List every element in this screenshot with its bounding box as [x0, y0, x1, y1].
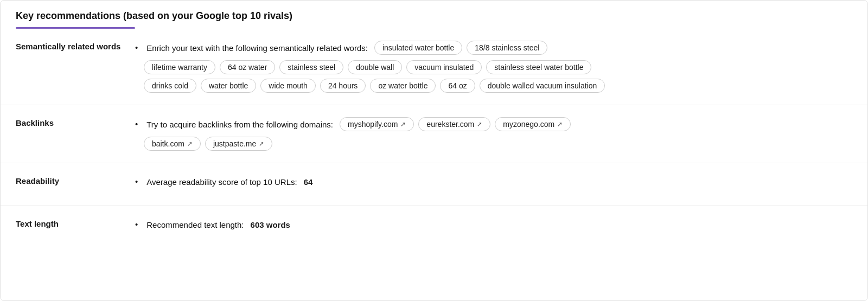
- tag-oz-water-bottle: oz water bottle: [370, 79, 436, 93]
- card-header: Key recommendations (based on your Googl…: [1, 1, 867, 29]
- ext-link-icon: ➚: [187, 140, 193, 148]
- tag-stainless-steel-water-bottle: stainless steel water bottle: [486, 60, 591, 74]
- section-label-text-length: Text length: [16, 218, 135, 228]
- section-text-length: Text length • Recommended text length: 6…: [1, 206, 867, 248]
- bullet-readability: •: [135, 175, 138, 188]
- section-semantically-related: Semantically related words • Enrich your…: [1, 29, 867, 105]
- bullet-1: •: [135, 41, 138, 54]
- semantically-row2: lifetime warranty 64 oz water stainless …: [144, 60, 852, 74]
- section-content-readability: • Average readability score of top 10 UR…: [135, 175, 852, 194]
- ext-link-icon: ➚: [557, 120, 563, 128]
- section-content-semantically-related: • Enrich your text with the following se…: [135, 41, 852, 93]
- tag-myzonego[interactable]: myzonego.com ➚: [495, 117, 571, 131]
- text-length-prefix: Recommended text length:: [146, 220, 244, 229]
- tag-insulated-water-bottle: insulated water bottle: [374, 41, 462, 55]
- bullet-backlinks: •: [135, 118, 138, 131]
- section-readability: Readability • Average readability score …: [1, 163, 867, 206]
- section-backlinks: Backlinks • Try to acquire backlinks fro…: [1, 105, 867, 163]
- text-length-line: • Recommended text length: 603 words: [135, 218, 852, 231]
- ext-link-icon: ➚: [400, 120, 406, 128]
- card-title: Key recommendations (based on your Googl…: [16, 10, 852, 22]
- ext-link-icon: ➚: [259, 140, 264, 148]
- readability-line: • Average readability score of top 10 UR…: [135, 175, 852, 188]
- tag-baitk[interactable]: baitk.com ➚: [144, 137, 201, 151]
- section-label-readability: Readability: [16, 175, 135, 185]
- tag-64-oz: 64 oz: [440, 79, 475, 93]
- tag-64-oz-water: 64 oz water: [220, 60, 275, 74]
- section-content-backlinks: • Try to acquire backlinks from the foll…: [135, 117, 852, 151]
- semantically-row3: drinks cold water bottle wide mouth 24 h…: [144, 79, 852, 93]
- tag-justpaste[interactable]: justpaste.me ➚: [205, 137, 272, 151]
- tag-eurekster[interactable]: eurekster.com ➚: [418, 117, 490, 131]
- ext-link-icon: ➚: [477, 120, 482, 128]
- tag-double-wall: double wall: [348, 60, 402, 74]
- tag-myshopify[interactable]: myshopify.com ➚: [340, 117, 414, 131]
- tag-stainless-steel: stainless steel: [279, 60, 343, 74]
- backlinks-row1: • Try to acquire backlinks from the foll…: [135, 117, 852, 131]
- tag-lifetime-warranty: lifetime warranty: [144, 60, 215, 74]
- main-card: Key recommendations (based on your Googl…: [0, 0, 868, 301]
- section-content-text-length: • Recommended text length: 603 words: [135, 218, 852, 236]
- section-label-semantically-related: Semantically related words: [16, 41, 135, 51]
- tag-double-walled-vacuum-insulation: double walled vacuum insulation: [480, 79, 605, 93]
- tag-vacuum-insulated: vacuum insulated: [406, 60, 482, 74]
- bullet-text-length: •: [135, 218, 138, 231]
- semantically-intro: Enrich your text with the following sema…: [146, 43, 368, 53]
- text-length-value: 603 words: [251, 220, 290, 229]
- tag-24-hours: 24 hours: [320, 79, 366, 93]
- tag-18-8-stainless-steel: 18/8 stainless steel: [467, 41, 547, 55]
- readability-prefix: Average readability score of top 10 URLs…: [146, 177, 297, 187]
- section-label-backlinks: Backlinks: [16, 117, 135, 127]
- tag-wide-mouth: wide mouth: [260, 79, 316, 93]
- semantically-row1: • Enrich your text with the following se…: [135, 41, 852, 55]
- tag-drinks-cold: drinks cold: [144, 79, 196, 93]
- backlinks-intro: Try to acquire backlinks from the follow…: [146, 120, 333, 129]
- readability-score: 64: [304, 177, 313, 187]
- backlinks-row2: baitk.com ➚ justpaste.me ➚: [144, 137, 852, 151]
- tag-water-bottle: water bottle: [201, 79, 256, 93]
